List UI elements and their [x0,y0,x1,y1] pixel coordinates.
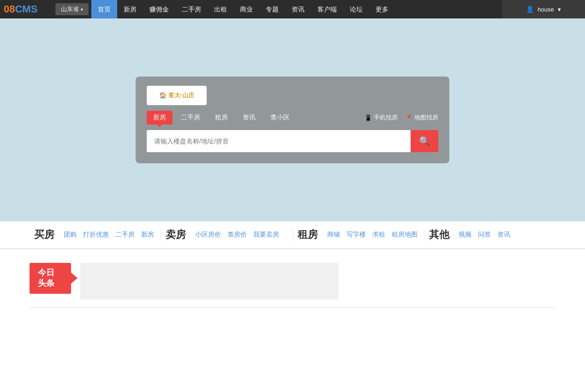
nav-item-rent[interactable]: 出租 [208,0,233,18]
news-row: 今日 头条 [30,263,555,300]
nav-item-special[interactable]: 专题 [259,0,285,18]
ql-items-other: 视频 问答 资讯 [459,231,510,239]
ql-link-rent-map[interactable]: 租房地图 [392,231,418,239]
news-list-col [80,263,555,300]
search-button[interactable]: 🔍 [411,130,438,152]
user-chevron: ▾ [558,6,561,13]
logo-cms: CMS [15,3,37,15]
tab-info[interactable]: 资讯 [236,111,262,125]
ql-link-discount[interactable]: 打折优惠 [83,231,109,239]
mobile-search[interactable]: 📱 手机找房 [364,113,398,122]
section-divider [0,249,585,249]
nav-item-more[interactable]: 更多 [369,0,395,18]
ql-link-group-buy[interactable]: 团购 [64,231,77,239]
news-headline-text: 今日 头条 [38,267,54,289]
ql-link-community-price[interactable]: 小区房价 [195,231,221,239]
nav-item-commission[interactable]: 赚佣金 [143,0,175,18]
search-box: 🏠 客大·山庄 新房 二手房 租房 资讯 查小区 📱 手机找房 📍 地图找房 [136,77,449,163]
ql-section-sell: 卖房 小区房价 查房价 我要卖房 [161,228,292,242]
news-placeholder [80,263,339,300]
nav-item-client[interactable]: 客户端 [311,0,343,18]
tab-extra: 📱 手机找房 📍 地图找房 [364,113,438,122]
region-label: 山东省 [61,5,79,13]
search-tabs: 新房 二手房 租房 资讯 查小区 📱 手机找房 📍 地图找房 [147,111,438,125]
ql-link-video[interactable]: 视频 [459,231,472,239]
map-search[interactable]: 📍 地图找房 [405,113,438,122]
news-divider [30,307,555,308]
ql-link-info[interactable]: 资讯 [497,231,510,239]
tab-rental[interactable]: 租房 [209,111,234,125]
search-input[interactable] [147,130,411,152]
ql-title-rent: 租房 [298,228,318,242]
nav-item-home[interactable]: 首页 [91,0,117,18]
nav-links: 首页 新房 赚佣金 二手房 出租 商业 专题 资讯 客户端 论坛 更多 [91,0,502,18]
quick-links: 买房 团购 打折优惠 二手房 新房 卖房 小区房价 查房价 我要卖房 租房 商铺… [0,221,585,249]
mobile-icon: 📱 [364,114,372,121]
region-chevron: ▾ [81,7,83,12]
region-button[interactable]: 山东省 ▾ [55,3,89,15]
news-label-col: 今日 头条 [30,263,71,294]
ql-section-buy: 买房 团购 打折优惠 二手房 新房 [30,228,161,242]
ql-link-office[interactable]: 写字楼 [346,231,366,239]
ql-section-rent: 租房 商铺 写字楼 求租 租房地图 [293,228,424,242]
nav-item-commercial[interactable]: 商业 [233,0,259,18]
tab-newhouse[interactable]: 新房 [147,111,173,125]
ql-link-want-rent[interactable]: 求租 [372,231,385,239]
ql-link-newhouse[interactable]: 新房 [141,231,154,239]
map-icon: 📍 [405,114,412,121]
logo-08: 08 [4,3,15,15]
hero-section: 🏠 客大·山庄 新房 二手房 租房 资讯 查小区 📱 手机找房 📍 地图找房 [0,18,585,221]
search-logo-text: 🏠 客大·山庄 [159,92,194,99]
news-headline-box: 今日 头条 [30,263,71,294]
ql-items-rent: 商铺 写字楼 求租 租房地图 [327,231,418,239]
ql-title-other: 其他 [429,228,449,242]
user-icon: 👤 [526,6,534,13]
search-logo: 🏠 客大·山庄 [147,86,207,105]
headline-line1: 今日 [38,267,54,278]
ql-link-shop[interactable]: 商铺 [327,231,340,239]
nav-item-secondhand[interactable]: 二手房 [175,0,208,18]
mobile-label: 手机找房 [374,113,398,122]
ql-link-qa[interactable]: 问答 [478,231,491,239]
ql-link-want-sell[interactable]: 我要卖房 [253,231,279,239]
search-icon: 🔍 [419,136,430,147]
nav-item-forum[interactable]: 论坛 [343,0,369,18]
logo-area: 08CMS [0,3,55,15]
logo: 08CMS [4,3,37,15]
news-section: 今日 头条 [16,263,569,308]
nav-item-news[interactable]: 资讯 [285,0,311,18]
quick-links-inner: 买房 团购 打折优惠 二手房 新房 卖房 小区房价 查房价 我要卖房 租房 商铺… [16,228,569,242]
ql-title-buy: 买房 [34,228,54,242]
search-row: 🔍 [147,130,438,152]
map-label: 地图找房 [414,113,438,122]
ql-link-secondhand[interactable]: 二手房 [115,231,135,239]
user-name: house [537,6,554,13]
tab-community[interactable]: 查小区 [264,111,296,125]
ql-section-other: 其他 视频 问答 资讯 [424,228,555,242]
ql-link-check-price[interactable]: 查房价 [227,231,247,239]
user-area[interactable]: 👤 house ▾ [502,0,585,18]
nav-item-newhouse[interactable]: 新房 [117,0,143,18]
tab-secondhand[interactable]: 二手房 [174,111,207,125]
ql-items-sell: 小区房价 查房价 我要卖房 [195,231,279,239]
headline-line2: 头条 [38,278,54,289]
navbar: 08CMS 山东省 ▾ 首页 新房 赚佣金 二手房 出租 商业 专题 资讯 客户… [0,0,585,18]
ql-title-sell: 卖房 [166,228,186,242]
ql-items-buy: 团购 打折优惠 二手房 新房 [64,231,154,239]
